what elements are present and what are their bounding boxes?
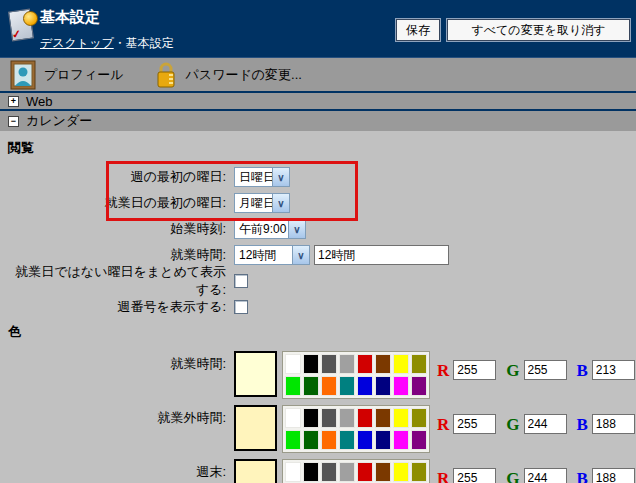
palette-color-cell[interactable] — [339, 430, 355, 450]
palette-color-cell[interactable] — [339, 408, 355, 428]
palette-color-cell[interactable] — [357, 376, 373, 396]
red-label: R — [437, 416, 449, 433]
palette-color-cell[interactable] — [375, 376, 391, 396]
green-value-input[interactable] — [524, 414, 567, 434]
expand-icon[interactable]: + — [8, 96, 19, 107]
weekend-color-row: 週末: R G B — [8, 459, 628, 483]
change-password-button[interactable]: パスワードの変更... — [154, 61, 302, 89]
blue-label: B — [577, 416, 588, 433]
nonwork-hours-color-swatch[interactable] — [234, 405, 277, 451]
start-time-row: 始業時刻: 午前9:00 ∨ — [8, 219, 628, 239]
palette-color-cell[interactable] — [339, 354, 355, 374]
palette-color-cell[interactable] — [321, 376, 337, 396]
green-label: G — [506, 470, 519, 483]
palette-color-cell[interactable] — [375, 430, 391, 450]
palette-color-cell[interactable] — [357, 430, 373, 450]
palette-color-cell[interactable] — [339, 376, 355, 396]
palette-color-cell[interactable] — [285, 376, 301, 396]
blue-value-input[interactable] — [592, 360, 635, 380]
work-hours-input[interactable] — [314, 245, 449, 265]
discard-changes-button[interactable]: すべての変更を取り消す — [447, 19, 630, 41]
group-nonwork-days-label: 就業日ではない曜日をまとめて表示する: — [8, 263, 230, 299]
toolbar: プロフィール パスワードの変更... — [0, 58, 636, 93]
calendar-settings-panel: 閲覧 週の最初の曜日: 日曜日 ∨ 就業日の最初の曜日: 月曜日 ∨ 始業時刻:… — [0, 131, 636, 483]
red-label: R — [437, 362, 449, 379]
green-value-input[interactable] — [524, 360, 567, 380]
palette-color-cell[interactable] — [393, 462, 409, 482]
palette-color-cell[interactable] — [375, 408, 391, 428]
palette-color-cell[interactable] — [339, 462, 355, 482]
palette-color-cell[interactable] — [303, 354, 319, 374]
work-hours-row: 就業時間: 12時間 ∨ — [8, 245, 628, 265]
palette-color-cell[interactable] — [303, 376, 319, 396]
first-work-day-select[interactable]: 月曜日 ∨ — [234, 193, 290, 213]
palette-color-cell[interactable] — [321, 408, 337, 428]
palette-color-cell[interactable] — [303, 462, 319, 482]
red-value-input[interactable] — [453, 360, 496, 380]
section-web[interactable]: + Web — [0, 93, 636, 111]
first-day-of-week-row: 週の最初の曜日: 日曜日 ∨ — [8, 167, 628, 187]
palette-color-cell[interactable] — [411, 408, 427, 428]
palette-color-cell[interactable] — [393, 408, 409, 428]
profile-button[interactable]: プロフィール — [10, 60, 124, 90]
palette-color-cell[interactable] — [285, 408, 301, 428]
palette-color-cell[interactable] — [321, 430, 337, 450]
dropdown-arrow-icon[interactable]: ∨ — [292, 246, 309, 264]
palette-color-cell[interactable] — [321, 354, 337, 374]
red-value-input[interactable] — [453, 414, 496, 434]
palette-color-cell[interactable] — [411, 376, 427, 396]
color-palette — [282, 351, 430, 399]
group-nonwork-days-checkbox[interactable] — [234, 274, 248, 288]
first-work-day-row: 就業日の最初の曜日: 月曜日 ∨ — [8, 193, 628, 213]
show-week-numbers-checkbox[interactable] — [234, 300, 248, 314]
nonwork-hours-color-row: 就業外時間: R G B — [8, 405, 628, 453]
work-hours-color-label: 就業時間: — [8, 351, 230, 373]
work-hours-color-row: 就業時間: R G B — [8, 351, 628, 399]
palette-color-cell[interactable] — [375, 354, 391, 374]
palette-color-cell[interactable] — [303, 430, 319, 450]
settings-icon: ✓ — [8, 8, 38, 44]
blue-value-input[interactable] — [592, 468, 635, 483]
breadcrumb-desktop-link[interactable]: デスクトップ — [40, 36, 114, 50]
start-time-select[interactable]: 午前9:00 ∨ — [234, 219, 306, 239]
start-time-label: 始業時刻: — [8, 220, 230, 238]
dropdown-arrow-icon[interactable]: ∨ — [272, 168, 289, 186]
collapse-icon[interactable]: − — [8, 116, 19, 127]
page-title: 基本設定 — [40, 8, 100, 27]
viewing-heading: 閲覧 — [8, 139, 628, 157]
dropdown-arrow-icon[interactable]: ∨ — [272, 194, 289, 212]
green-value-input[interactable] — [524, 468, 567, 483]
palette-color-cell[interactable] — [285, 354, 301, 374]
work-hours-label: 就業時間: — [8, 246, 230, 264]
palette-color-cell[interactable] — [357, 462, 373, 482]
first-work-day-label: 就業日の最初の曜日: — [8, 194, 230, 212]
blue-label: B — [577, 470, 588, 483]
change-password-label: パスワードの変更... — [186, 66, 302, 84]
section-calendar[interactable]: − カレンダー — [0, 111, 636, 131]
palette-color-cell[interactable] — [411, 462, 427, 482]
work-hours-color-swatch[interactable] — [234, 351, 277, 397]
palette-color-cell[interactable] — [411, 430, 427, 450]
palette-color-cell[interactable] — [375, 462, 391, 482]
palette-color-cell[interactable] — [303, 408, 319, 428]
palette-color-cell[interactable] — [393, 354, 409, 374]
green-label: G — [506, 416, 519, 433]
nonwork-hours-color-label: 就業外時間: — [8, 405, 230, 427]
palette-color-cell[interactable] — [393, 376, 409, 396]
dropdown-arrow-icon[interactable]: ∨ — [288, 220, 305, 238]
weekend-color-swatch[interactable] — [234, 459, 277, 483]
red-value-input[interactable] — [453, 468, 496, 483]
work-hours-select[interactable]: 12時間 ∨ — [234, 245, 310, 265]
palette-color-cell[interactable] — [393, 430, 409, 450]
save-button[interactable]: 保存 — [396, 19, 440, 41]
palette-color-cell[interactable] — [357, 408, 373, 428]
profile-icon — [10, 60, 36, 90]
palette-color-cell[interactable] — [411, 354, 427, 374]
first-day-of-week-select[interactable]: 日曜日 ∨ — [234, 167, 290, 187]
palette-color-cell[interactable] — [285, 430, 301, 450]
palette-color-cell[interactable] — [285, 462, 301, 482]
color-palette — [282, 405, 430, 453]
palette-color-cell[interactable] — [321, 462, 337, 482]
palette-color-cell[interactable] — [357, 354, 373, 374]
blue-value-input[interactable] — [592, 414, 635, 434]
